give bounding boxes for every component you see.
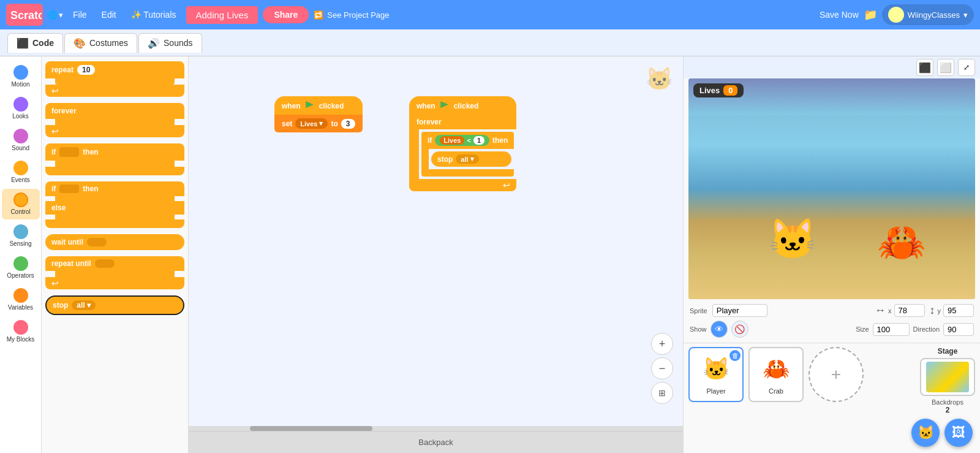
size-input[interactable] bbox=[873, 323, 910, 336]
block-repeat[interactable]: repeat 10 bbox=[45, 61, 184, 78]
tab-sounds[interactable]: 🔊 Sounds bbox=[138, 33, 202, 53]
user-menu[interactable]: WiingyClasses ▾ bbox=[882, 4, 974, 25]
player-sprite-name: Player bbox=[706, 387, 725, 395]
sprite-name-input[interactable] bbox=[712, 304, 767, 317]
scratch-logo[interactable]: Scratch bbox=[6, 4, 43, 26]
tab-code[interactable]: ⬛ Code bbox=[7, 33, 63, 53]
globe-menu[interactable]: 🌐 ▾ bbox=[48, 10, 63, 20]
backpack-bar[interactable]: Backpack bbox=[189, 431, 683, 453]
if-inner bbox=[55, 161, 175, 167]
repeat-input[interactable]: 10 bbox=[77, 65, 95, 75]
if-bottom bbox=[45, 167, 184, 175]
crab-sprite-name: Crab bbox=[769, 387, 783, 395]
folder-icon[interactable]: 📁 bbox=[864, 8, 877, 21]
x-input[interactable] bbox=[894, 304, 925, 317]
show-visible-button[interactable]: 👁 bbox=[710, 321, 728, 338]
file-menu[interactable]: File bbox=[68, 7, 92, 22]
project-title[interactable]: Adding Lives bbox=[186, 6, 258, 24]
block-stop[interactable]: stop all ▾ bbox=[45, 295, 184, 315]
script-group-2: when clicked forever if bbox=[409, 96, 516, 191]
direction-input[interactable] bbox=[943, 323, 974, 336]
edit-menu[interactable]: Edit bbox=[97, 7, 121, 22]
block-repeat-until[interactable]: repeat until bbox=[45, 256, 184, 271]
stage-thumbnail[interactable] bbox=[920, 358, 975, 396]
share-button[interactable]: Share bbox=[263, 6, 309, 23]
script2-stop-dropdown[interactable]: all ▾ bbox=[456, 154, 478, 164]
sprite-delete-button[interactable]: 🗑 bbox=[729, 350, 741, 361]
block-wait-until[interactable]: wait until bbox=[45, 234, 184, 250]
script-area[interactable]: 🐱 when clicked set Lives ▾ to 3 bbox=[189, 56, 683, 453]
script2-hat[interactable]: when clicked bbox=[409, 96, 516, 115]
script1-var-dropdown[interactable]: Lives ▾ bbox=[295, 118, 328, 129]
save-now-button[interactable]: Save Now bbox=[820, 10, 859, 20]
category-looks-label: Looks bbox=[12, 113, 29, 120]
user-chevron: ▾ bbox=[963, 10, 968, 20]
add-backdrop-fab[interactable]: 🖼 bbox=[944, 419, 973, 447]
stage-canvas: Lives 0 🐱 🦀 bbox=[688, 78, 975, 299]
category-motion[interactable]: Motion bbox=[2, 61, 40, 92]
fullscreen-button[interactable]: ⤢ bbox=[958, 59, 975, 76]
variables-dot bbox=[13, 288, 28, 303]
add-sprite-fab[interactable]: 🐱 bbox=[911, 419, 940, 447]
globe-icon: 🌐 bbox=[48, 10, 58, 20]
category-events[interactable]: Events bbox=[2, 157, 40, 188]
stop-dropdown[interactable]: all ▾ bbox=[72, 300, 95, 310]
see-project-button[interactable]: 🔁 See Project Page bbox=[314, 10, 389, 20]
user-avatar bbox=[888, 7, 904, 23]
block-forever[interactable]: forever bbox=[45, 103, 184, 119]
flag-icon-1 bbox=[305, 101, 315, 111]
sprite-label: Sprite bbox=[690, 307, 707, 314]
stage-large-button[interactable]: ⬜ bbox=[937, 59, 954, 76]
category-control[interactable]: Control bbox=[2, 189, 40, 219]
repeat-bottom: ↩ bbox=[45, 85, 184, 97]
script1-value[interactable]: 3 bbox=[341, 119, 355, 129]
block-if[interactable]: if then bbox=[45, 143, 184, 161]
category-operators[interactable]: Operators bbox=[2, 253, 40, 283]
motion-dot bbox=[13, 65, 28, 80]
stage-area: ⬛ ⬜ ⤢ Lives 0 🐱 🦀 Sprite bbox=[683, 56, 980, 453]
script1-hat[interactable]: when clicked bbox=[274, 96, 363, 115]
add-sprite-button[interactable]: + bbox=[809, 347, 864, 402]
x-label: x bbox=[888, 307, 892, 314]
stage-controls: ⬛ ⬜ ⤢ bbox=[684, 56, 980, 78]
tab-costumes[interactable]: 🎨 Costumes bbox=[64, 33, 137, 53]
zoom-out-button[interactable]: − bbox=[651, 357, 673, 379]
direction-label: Direction bbox=[913, 325, 940, 333]
sprite-thumb-player[interactable]: 🗑 🐱 Player bbox=[688, 347, 744, 402]
user-name: WiingyClasses bbox=[908, 10, 960, 20]
script2-stop[interactable]: stop all ▾ bbox=[431, 151, 511, 167]
category-operators-label: Operators bbox=[7, 272, 34, 280]
stage-small-button[interactable]: ⬛ bbox=[916, 59, 933, 76]
horizontal-scrollbar[interactable] bbox=[189, 426, 683, 431]
tutorials-menu[interactable]: ✨ Tutorials bbox=[126, 7, 181, 22]
category-looks[interactable]: Looks bbox=[2, 93, 40, 124]
sprite-thumb-crab[interactable]: 🦀 Crab bbox=[748, 347, 804, 402]
zoom-reset-button[interactable]: ⊞ bbox=[651, 382, 673, 404]
category-sound[interactable]: Sound bbox=[2, 125, 40, 156]
category-motion-label: Motion bbox=[11, 81, 29, 88]
hide-button[interactable]: 🚫 bbox=[731, 321, 748, 338]
lives-badge: Lives 0 bbox=[693, 83, 744, 97]
script1-set[interactable]: set Lives ▾ to 3 bbox=[274, 115, 363, 132]
script2-if-top[interactable]: if Lives < 1 then bbox=[421, 132, 514, 149]
backpack-label: Backpack bbox=[418, 438, 453, 447]
script2-if-body: stop all ▾ bbox=[421, 149, 514, 169]
sprite-info-row: Sprite ↔ x ↕ y bbox=[690, 304, 974, 317]
y-input[interactable] bbox=[943, 304, 974, 317]
stage-panel: Stage Backdrops 2 bbox=[920, 347, 975, 414]
repeatuntil-bottom: ↩ bbox=[45, 277, 184, 289]
operators-dot bbox=[13, 256, 28, 271]
add-buttons: 🐱 🖼 bbox=[911, 419, 973, 447]
script-group-1: when clicked set Lives ▾ to 3 bbox=[274, 96, 363, 132]
myblocks-dot bbox=[13, 320, 28, 335]
category-variables[interactable]: Variables bbox=[2, 284, 40, 315]
sensing-dot bbox=[13, 224, 28, 239]
category-sensing[interactable]: Sensing bbox=[2, 221, 40, 251]
block-ifelse[interactable]: if then bbox=[45, 181, 184, 196]
zoom-in-button[interactable]: + bbox=[651, 333, 673, 355]
scrollbar-thumb[interactable] bbox=[250, 426, 372, 431]
sprite-y-group: ↕ y bbox=[930, 304, 974, 317]
script2-forever-top[interactable]: forever bbox=[409, 115, 516, 129]
show-label: Show bbox=[690, 325, 707, 333]
category-myblocks[interactable]: My Blocks bbox=[2, 316, 40, 347]
